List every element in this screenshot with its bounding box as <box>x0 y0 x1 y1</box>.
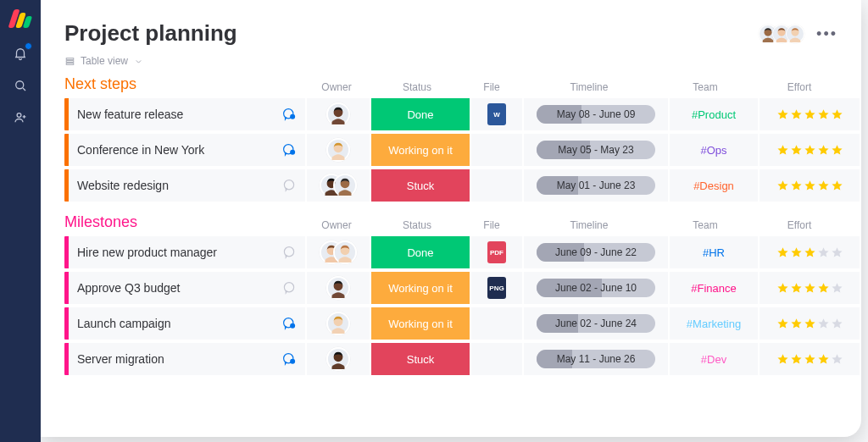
timeline-cell[interactable]: May 08 - June 09 <box>524 98 668 130</box>
conversation-icon[interactable] <box>280 279 298 297</box>
effort-cell[interactable] <box>760 236 860 268</box>
owner-avatar[interactable] <box>333 174 357 197</box>
effort-stars[interactable] <box>776 144 843 157</box>
team-tag[interactable]: #HR <box>703 246 725 259</box>
conversation-icon[interactable] <box>280 314 298 333</box>
member-avatar[interactable] <box>786 25 804 43</box>
column-header-status[interactable]: Status <box>368 219 466 231</box>
column-header-owner[interactable]: Owner <box>305 81 368 93</box>
timeline-pill[interactable]: June 02 - June 24 <box>537 314 655 333</box>
column-header-owner[interactable]: Owner <box>305 219 368 231</box>
status-cell[interactable]: Stuck <box>371 169 470 202</box>
file-badge[interactable]: W <box>487 103 506 125</box>
effort-cell[interactable] <box>760 134 860 166</box>
timeline-pill[interactable]: June 09 - June 22 <box>537 243 655 262</box>
task-cell[interactable]: Server migration <box>64 343 305 375</box>
file-cell[interactable]: W <box>471 98 522 130</box>
timeline-pill[interactable]: May 08 - June 09 <box>537 105 655 124</box>
effort-stars[interactable] <box>776 282 843 295</box>
column-header-timeline[interactable]: Timeline <box>517 219 661 231</box>
column-header-team[interactable]: Team <box>661 219 749 231</box>
timeline-cell[interactable]: June 02 - June 24 <box>524 307 668 340</box>
column-header-file[interactable]: File <box>466 219 517 231</box>
effort-cell[interactable] <box>760 98 860 130</box>
table-row[interactable]: Website redesign Stuck May 01 - June 23#… <box>64 169 837 202</box>
task-cell[interactable]: New feature release <box>64 98 305 130</box>
file-cell[interactable] <box>471 134 522 166</box>
table-row[interactable]: Hire new product manager DonePDF June 09… <box>64 236 837 268</box>
column-header-team[interactable]: Team <box>661 81 749 93</box>
team-cell[interactable]: #Product <box>670 98 758 130</box>
timeline-cell[interactable]: May 05 - May 23 <box>524 134 668 166</box>
notifications-icon[interactable] <box>11 44 30 63</box>
conversation-icon[interactable] <box>280 176 298 195</box>
team-tag[interactable]: #Marketing <box>687 318 741 330</box>
task-cell[interactable]: Website redesign <box>64 169 305 202</box>
app-logo[interactable] <box>9 8 31 30</box>
column-header-timeline[interactable]: Timeline <box>517 81 661 93</box>
file-cell[interactable]: PNG <box>471 272 522 304</box>
owner-cell[interactable] <box>307 98 370 130</box>
board-members[interactable] <box>764 25 804 43</box>
file-cell[interactable] <box>471 307 522 340</box>
view-switcher[interactable]: Table view <box>64 55 837 67</box>
column-header-effort[interactable]: Effort <box>749 81 849 93</box>
owner-cell[interactable] <box>307 343 370 375</box>
effort-cell[interactable] <box>760 343 860 375</box>
owner-cell[interactable] <box>307 236 370 268</box>
group-title[interactable]: Milestones <box>64 213 305 231</box>
timeline-pill[interactable]: May 11 - June 26 <box>537 350 655 368</box>
column-header-status[interactable]: Status <box>368 81 466 93</box>
team-cell[interactable]: #Marketing <box>670 307 758 340</box>
timeline-cell[interactable]: June 09 - June 22 <box>524 236 668 268</box>
effort-stars[interactable] <box>776 180 843 192</box>
status-cell[interactable]: Done <box>371 236 470 268</box>
task-cell[interactable]: Hire new product manager <box>64 236 305 268</box>
file-cell[interactable] <box>471 343 522 375</box>
status-cell[interactable]: Working on it <box>371 134 470 166</box>
owner-cell[interactable] <box>307 169 370 202</box>
column-header-file[interactable]: File <box>466 81 517 93</box>
invite-user-icon[interactable] <box>11 108 30 127</box>
group-title[interactable]: Next steps <box>64 75 305 93</box>
team-cell[interactable]: #HR <box>670 236 758 268</box>
timeline-pill[interactable]: May 05 - May 23 <box>537 141 655 159</box>
conversation-icon[interactable] <box>280 350 298 368</box>
file-badge[interactable]: PNG <box>487 277 506 299</box>
timeline-cell[interactable]: May 01 - June 23 <box>524 169 668 202</box>
conversation-icon[interactable] <box>280 243 298 262</box>
table-row[interactable]: Server migration Stuck May 11 - June 26#… <box>64 343 837 375</box>
team-tag[interactable]: #Design <box>693 180 734 192</box>
column-header-effort[interactable]: Effort <box>749 219 849 231</box>
task-cell[interactable]: Approve Q3 budget <box>64 272 305 304</box>
status-cell[interactable]: Working on it <box>371 272 470 304</box>
effort-cell[interactable] <box>760 272 860 304</box>
team-tag[interactable]: #Ops <box>700 144 726 157</box>
team-cell[interactable]: #Finance <box>670 272 758 304</box>
team-tag[interactable]: #Dev <box>701 353 726 366</box>
owner-avatar[interactable] <box>326 312 350 335</box>
search-icon[interactable] <box>11 76 30 95</box>
file-cell[interactable]: PDF <box>471 236 522 268</box>
team-tag[interactable]: #Finance <box>691 282 736 295</box>
table-row[interactable]: Launch campaign Working on it June 02 - … <box>64 307 837 340</box>
effort-cell[interactable] <box>760 307 860 340</box>
effort-stars[interactable] <box>776 353 843 366</box>
conversation-icon[interactable] <box>280 141 298 159</box>
conversation-icon[interactable] <box>280 105 298 124</box>
owner-cell[interactable] <box>307 307 370 340</box>
owner-avatar[interactable] <box>326 138 350 162</box>
team-cell[interactable]: #Design <box>670 169 758 202</box>
owner-avatar[interactable] <box>326 102 350 126</box>
status-cell[interactable]: Stuck <box>371 343 470 375</box>
owner-cell[interactable] <box>307 272 370 304</box>
timeline-cell[interactable]: June 02 - June 10 <box>524 272 668 304</box>
task-cell[interactable]: Launch campaign <box>64 307 305 340</box>
more-options-button[interactable]: ••• <box>816 26 837 41</box>
status-cell[interactable]: Working on it <box>371 307 470 340</box>
team-cell[interactable]: #Dev <box>670 343 758 375</box>
owner-avatar[interactable] <box>333 240 357 264</box>
effort-stars[interactable] <box>776 108 843 121</box>
effort-stars[interactable] <box>776 246 843 259</box>
owner-avatar[interactable] <box>326 347 350 371</box>
